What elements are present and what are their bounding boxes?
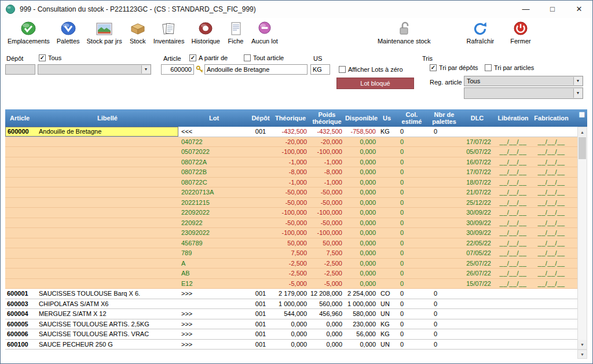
cell-depot: 001 <box>250 299 272 309</box>
table-row[interactable]: 600006SAUCISSE TOULOUSE ARTIS. VRAC>>>00… <box>5 329 577 340</box>
scroll-down-button[interactable]: ▼ <box>578 340 587 349</box>
table-row[interactable]: 600100SAUCE PECHEUR 250 G>>>0010,0000,00… <box>5 340 577 350</box>
checkbox-label: A partir de <box>199 54 228 61</box>
cell-depot: 001 <box>250 289 272 299</box>
cell-col-estime: 0 <box>396 178 428 187</box>
chevron-down-icon[interactable]: ▼ <box>141 65 150 73</box>
table-row[interactable]: 600000Andouille de Bretagne<<<001-432,50… <box>5 127 577 137</box>
tri-par-depots-checkbox[interactable]: ✓ Tri par dépôts <box>430 64 478 71</box>
table-row[interactable]: E12-5,000-5,0000,000015/07/22__/__/____/… <box>5 279 577 289</box>
maximize-button[interactable]: □ <box>539 1 566 18</box>
table-row[interactable]: 220922-50,000-50,0000,000030/09/22__/__/… <box>5 218 577 229</box>
table-row[interactable]: 600005SAUCISSE TOULOUSE ARTIS. 2,5KG>>>0… <box>5 319 577 330</box>
cell-libelle <box>36 248 178 258</box>
cell-theorique: 2 179,000 <box>272 289 309 299</box>
column-header-theorique[interactable]: Théorique <box>272 109 309 127</box>
table-row[interactable]: A-2,500-2,5000,000025/07/22__/__/____/__… <box>5 259 577 269</box>
table-row[interactable]: 600003CHIPOLATAS S/ATM X60011 000,000560… <box>5 299 577 310</box>
scroll-up-button[interactable]: ▲ <box>578 127 587 137</box>
depot-tous-checkbox[interactable]: ✓ Tous <box>39 54 61 61</box>
scrollbar-thumb[interactable] <box>579 137 586 159</box>
table-row[interactable]: 080722A-1,000-1,0000,000016/07/22__/__/_… <box>5 157 577 168</box>
depot-combo[interactable]: ▼ <box>38 64 151 75</box>
toolbar-stock-par-jrs[interactable]: Stock par jrs <box>83 20 126 45</box>
toolbar-inventaires[interactable]: Inventaires <box>150 20 188 45</box>
cell-us <box>378 147 396 157</box>
column-header-col-estime[interactable]: Col. estimé <box>396 109 428 127</box>
cell-article: 600003 <box>5 299 36 309</box>
secondary-combo[interactable]: ▼ <box>464 87 583 99</box>
us-field[interactable]: KG <box>310 64 330 75</box>
chevron-down-icon[interactable]: ▼ <box>573 77 582 85</box>
column-header-liberation[interactable]: Libération <box>494 109 532 127</box>
column-header-depot[interactable]: Dépôt <box>250 109 272 127</box>
table-row[interactable]: 20220713A-50,000-50,0000,000021/07/22__/… <box>5 187 577 198</box>
table-row[interactable]: 22092022-100,000-100,0000,000030/09/22__… <box>5 208 577 218</box>
toolbar-emplacements[interactable]: Emplacements <box>4 20 53 45</box>
tri-par-articles-checkbox[interactable]: ✓ Tri par articles <box>485 64 534 71</box>
table-row[interactable]: 20221215-50,000-50,0000,000025/12/22__/_… <box>5 198 577 208</box>
column-header-fabrication[interactable]: Fabrication <box>532 109 570 127</box>
table-row[interactable]: 05072022-100,000-100,0000,000005/07/22__… <box>5 147 577 157</box>
cell--icon <box>570 178 577 187</box>
toolbar-fiche[interactable]: Fiche <box>224 20 248 45</box>
afficher-lots-a-zero-checkbox[interactable]: ✓ Afficher Lots à zéro <box>339 66 403 73</box>
cell-col-estime: 0 <box>396 198 428 208</box>
cell-depot <box>250 259 272 269</box>
toolbar-fermer[interactable]: Fermer <box>507 20 534 45</box>
tout-article-checkbox[interactable]: ✓ Tout article <box>244 54 284 61</box>
table-row[interactable]: 45678950,00050,0000,000022/05/22__/__/__… <box>5 238 577 249</box>
table-settings-icon[interactable]: ▦ <box>570 109 587 127</box>
minimize-button[interactable]: — <box>513 1 539 18</box>
checkbox-box[interactable]: ✓ <box>244 54 251 61</box>
cell-dlc: 15/07/22 <box>460 279 494 289</box>
toolbar-aucun-lot[interactable]: Aucun lot <box>248 20 281 45</box>
toolbar-stock[interactable]: Stock <box>126 20 150 45</box>
vertical-scrollbar[interactable]: ▲ ▼ <box>577 127 587 350</box>
scroll-down-extra-button[interactable]: ▼ <box>577 350 587 359</box>
cell-lot: 05072022 <box>178 147 250 157</box>
table-row[interactable]: 7897,5007,5000,000007/05/22__/__/____/__… <box>5 248 577 259</box>
chevron-down-icon[interactable]: ▼ <box>573 89 582 98</box>
cell-lot: >>> <box>178 319 250 329</box>
reg-article-combo[interactable]: Tous ▼ <box>464 76 583 86</box>
cell-nbr-palettes: 0 <box>428 329 460 339</box>
lot-bloque-button[interactable]: Lot bloqué <box>336 78 414 89</box>
table-row[interactable]: 600001SAUCISSES TOULOUSE Barq X 6.>>>001… <box>5 289 577 299</box>
table-row[interactable]: AB-2,500-2,5000,000026/07/22__/__/____/_… <box>5 269 577 279</box>
cell-liberation: __/__/__ <box>494 157 532 167</box>
close-button[interactable]: ✕ <box>566 1 592 18</box>
column-header-nbr-palettes[interactable]: Nbr de palettes <box>428 109 460 127</box>
a-partir-de-checkbox[interactable]: ✓ A partir de <box>189 54 228 61</box>
toolbar-rafraichir[interactable]: Rafraîchir <box>463 20 498 45</box>
depot-code-field[interactable] <box>5 64 35 75</box>
column-header-libelle[interactable]: Libellé <box>36 109 178 127</box>
table-row[interactable]: 080722C-1,000-1,0000,000018/07/22__/__/_… <box>5 178 577 188</box>
toolbar-historique[interactable]: Historique <box>188 20 224 45</box>
column-header-disponible[interactable]: Disponible <box>345 109 378 127</box>
checkbox-box[interactable]: ✓ <box>39 54 46 61</box>
column-header-us[interactable]: Us <box>378 109 396 127</box>
checkbox-box[interactable]: ✓ <box>430 64 437 71</box>
toolbar-palettes[interactable]: Palettes <box>53 20 83 45</box>
article-code-input[interactable]: 600000 <box>161 64 194 75</box>
cell--icon <box>570 127 577 137</box>
column-header-article[interactable]: Article <box>5 109 36 127</box>
column-header-dlc[interactable]: DLC <box>460 109 494 127</box>
checkbox-box[interactable]: ✓ <box>339 66 346 73</box>
table-row[interactable]: 23092022-100,000-100,0000,000030/09/22__… <box>5 228 577 238</box>
aucun-lot-icon <box>256 20 273 38</box>
article-name-input[interactable]: Andouille de Bretagne <box>204 64 308 75</box>
table-row[interactable]: 600004MERGUEZ S/ATM X 12>>>001544,000456… <box>5 309 577 319</box>
toolbar-maintenance-stock[interactable]: Maintenance stock <box>374 20 434 45</box>
table-row[interactable]: 080722B-8,000-8,0000,000017/07/22__/__/_… <box>5 167 577 178</box>
scrollbar-track[interactable] <box>578 159 587 340</box>
cell-lot: A <box>178 259 250 269</box>
column-header-poids-theorique[interactable]: Poids théorique <box>309 109 345 127</box>
column-header-lot[interactable]: Lot <box>178 109 250 127</box>
table-row[interactable]: 040722-20,000-20,0000,000017/07/22__/__/… <box>5 137 577 148</box>
checkbox-box[interactable]: ✓ <box>189 54 196 61</box>
cell-nbr-palettes <box>428 238 460 248</box>
checkbox-box[interactable]: ✓ <box>485 64 492 71</box>
key-icon[interactable] <box>196 65 203 74</box>
